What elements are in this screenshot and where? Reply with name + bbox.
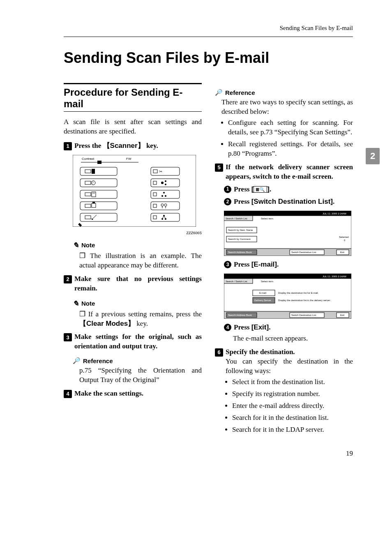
svg-text:Search Address Book: Search Address Book [228,251,252,253]
svg-point-34 [165,195,166,197]
screen-switch-destination-list: JUL 11. 2005 2:14AM Search / Switch List… [224,211,353,256]
pencil-icon: ✎ [73,241,79,250]
svg-text:Selected:: Selected: [339,236,349,238]
step6-bullet-5: Search for it in the LDAP server. [232,425,353,435]
svg-text:Display the destination list i: Display the destination list in the deli… [278,299,331,302]
exit-key: Exit [251,323,269,331]
clear-modes-key-label: Clear Modes [79,320,135,327]
magnifier-icon: 🔎 [73,357,81,364]
substep-number-3: 3 [224,261,231,268]
svg-text:Exit: Exit [340,314,344,316]
note-heading-2: ✎ Note [73,299,202,308]
ref4-bullet-2: Recall registered settings. For details,… [228,140,353,159]
intro-paragraph: A scan file is sent after scan settings … [64,117,202,136]
svg-rect-5 [80,167,117,175]
switch-destination-list-key: Switch Destination List [251,198,333,205]
svg-text:Delivery Server: Delivery Server [254,299,271,302]
step-number-6: 6 [215,348,223,357]
substep-5-4-body: The e-mail screen appears. [233,334,353,343]
substep-5-2: 2 Press Switch Destination List. [224,197,353,207]
svg-point-33 [161,195,163,197]
scanner-key-label: Scanner [103,142,145,150]
step-3: 3 Make settings for the original, such a… [64,332,202,351]
svg-rect-2 [97,161,101,164]
step-number-2: 2 [64,275,72,283]
svg-point-27 [161,182,164,184]
list-icon-key: ≣🔍 [251,185,270,193]
step-number-5: 5 [215,164,223,172]
step6-bullet-1: Select it from the destination list. [232,378,353,387]
svg-text:Switch Destination List: Switch Destination List [291,251,316,253]
svg-text:Display the destination list f: Display the destination list for E-mail. [278,292,319,294]
page-number: 19 [64,449,353,458]
svg-rect-19 [92,202,95,203]
email-key: E-mail [251,260,277,268]
step-5: 5 If the network delivery scanner screen… [215,163,353,182]
substep-number-2: 2 [224,198,231,205]
step6-bullet-3: Enter the e-mail address directly. [232,401,353,411]
note-heading-1: ✎ Note [73,241,202,250]
svg-point-28 [165,180,166,182]
svg-rect-35 [151,202,180,210]
svg-text:Search / Switch List: Search / Switch List [226,217,247,220]
svg-text:Exit: Exit [340,251,344,253]
step-6: 6 Specify the destination. [215,348,353,357]
svg-text:Contrast: Contrast [82,157,95,161]
screen-email-option: JUL 11. 2005 2:14AM Search / Switch List… [224,274,353,319]
reference-heading-3: 🔎 Reference [73,357,202,364]
step1-suffix: key. [145,142,158,150]
svg-text:E-mail: E-mail [259,292,266,294]
svg-text:FW: FW [126,157,131,161]
svg-text:Search by Dest. Name: Search by Dest. Name [228,229,253,231]
svg-text:Search Address Book: Search Address Book [228,314,252,316]
control-panel-illustration: Contrast FW ? [73,155,202,227]
substep-5-4: 4 Press Exit. [224,323,353,332]
substep-5-3: 3 Press E-mail. [224,260,353,269]
note-1-text: The illustration is an example. The actu… [79,251,202,270]
substep-number-4: 4 [224,324,231,331]
page-title: Sending Scan Files by E-mail [64,49,353,67]
step1-prefix: Press the [74,142,103,150]
figure-code: ZZZ606S [73,231,202,235]
reference-4-intro: There are two ways to specify scan setti… [221,98,353,117]
reference-3-text: p.75 “Specifying the Orientation and Out… [79,366,202,385]
step-number-1: 1 [64,142,72,150]
svg-text:Search by Comment: Search by Comment [228,238,251,240]
svg-text:✂: ✂ [159,169,162,174]
chapter-side-tab: 2 [366,148,380,164]
svg-rect-12 [80,190,117,198]
step-4: 4 Make the scan settings. [64,389,202,398]
step-number-4: 4 [64,390,72,398]
ref4-bullet-1: Configure each setting for scanning. For… [228,118,353,137]
step6-bullet-2: Specify its registration number. [232,389,353,399]
step6-bullet-4: Search for it in the destination list. [232,413,353,423]
svg-text:Select item.: Select item. [261,280,274,283]
svg-text:Switch Destination List: Switch Destination List [291,314,316,316]
svg-point-32 [163,192,165,193]
step-2: 2 Make sure that no previous settings re… [64,274,202,293]
svg-text:?: ? [92,181,94,185]
svg-text:Search / Switch List: Search / Switch List [226,280,247,283]
step-number-3: 3 [64,333,72,341]
pencil-icon: ✎ [73,299,79,308]
svg-text:Select item.: Select item. [261,217,274,220]
svg-rect-41 [151,213,180,221]
magnifier-icon: 🔎 [215,89,223,96]
svg-rect-30 [151,190,180,198]
svg-text:JUL    11. 2005    2:14AM: JUL 11. 2005 2:14AM [323,212,346,215]
svg-text:JUL    11. 2005    2:14AM: JUL 11. 2005 2:14AM [323,275,346,278]
step-1: 1 Press the Scanner key. [64,141,202,151]
svg-rect-22 [151,167,180,175]
substep-number-1: 1 [224,186,231,193]
svg-rect-7 [92,169,95,174]
reference-heading-4: 🔎 Reference [215,89,353,96]
step-6-body: You can specify the destination in the f… [226,357,353,376]
svg-rect-25 [151,179,180,187]
svg-point-29 [165,184,166,185]
svg-rect-16 [80,202,117,210]
substep-5-1: 1 Press ≣🔍. [224,185,353,194]
section-heading: Procedure for Sending E-mail [64,83,202,112]
svg-rect-20 [80,213,117,221]
running-header: Sending Scan Files by E-mail [64,25,353,34]
header-rule [64,37,353,37]
